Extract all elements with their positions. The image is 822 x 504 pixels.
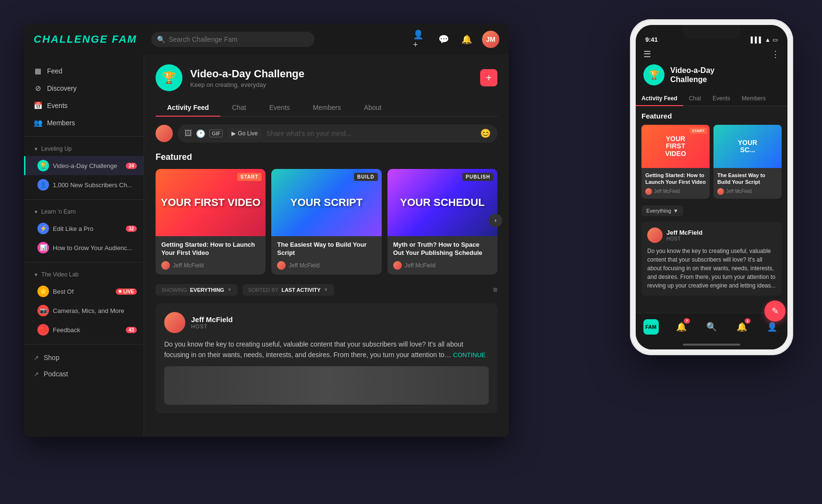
sidebar-item-discovery[interactable]: ⊘ Discovery xyxy=(24,80,144,97)
section-video-lab[interactable]: ▼ The Video Lab xyxy=(24,267,144,282)
phone-nav-fam[interactable]: FAM xyxy=(643,319,659,335)
tab-chat[interactable]: Chat xyxy=(220,99,258,116)
phone-post-header: Jeff McField HOST xyxy=(647,228,776,243)
best-of-label: Best Of xyxy=(53,288,73,295)
notification-badge: 7 xyxy=(684,318,689,324)
phone-nav-notifications[interactable]: 🔔 7 xyxy=(674,319,689,335)
group-avatar: 🏆 xyxy=(156,64,182,91)
post-card: Jeff McField Host Do you know the key to… xyxy=(156,303,497,413)
tab-members[interactable]: Members xyxy=(302,99,352,116)
sidebar-item-podcast[interactable]: ↗ Podcast xyxy=(24,366,144,382)
sidebar-item-video-challenge[interactable]: 🏆 Video-a-Day Challenge 24 xyxy=(24,156,144,175)
sidebar-item-shop[interactable]: ↗ Shop xyxy=(24,349,144,366)
phone-tab-members[interactable]: Members xyxy=(736,91,772,106)
post-author-info: Jeff McField Host xyxy=(191,315,233,329)
section-arrow-3: ▼ xyxy=(34,272,38,277)
video-challenge-badge: 24 xyxy=(126,163,137,169)
phone-nav-search[interactable]: 🔍 xyxy=(704,319,719,335)
sidebar: ▦ Feed ⊘ Discovery 📅 Events 👥 Members xyxy=(24,55,144,437)
search-icon: 🔍 xyxy=(157,36,165,43)
phone-author-avatar-1 xyxy=(717,188,724,195)
carousel-next-arrow[interactable]: › xyxy=(489,214,502,227)
chat-icon[interactable]: 💬 xyxy=(436,32,451,47)
section-leveling-up[interactable]: ▼ Leveling Up xyxy=(24,142,144,156)
sidebar-item-feedback[interactable]: 🔴 Feedback 43 xyxy=(24,320,144,339)
showing-filter[interactable]: SHOWING EVERYTHING ▼ xyxy=(156,284,238,296)
sorted-label: SORTED BY xyxy=(248,287,278,293)
card-info-2: Myth or Truth? How to Space Out Your Pub… xyxy=(387,236,497,275)
feed-icon: ▦ xyxy=(34,67,42,75)
live-dot xyxy=(119,290,121,293)
phone-tab-events[interactable]: Events xyxy=(707,91,736,106)
featured-card-0[interactable]: YOUR FIRST VIDEO START Getting Started: … xyxy=(156,169,266,275)
sidebar-item-events[interactable]: 📅 Events xyxy=(24,97,144,114)
showing-value: EVERYTHING xyxy=(190,287,224,293)
phone-fab[interactable]: ✎ xyxy=(764,300,786,322)
phone-card-info-0: Getting Started: How to Launch Your Firs… xyxy=(641,168,710,199)
phone-content: Featured YOURFIRSTVIDEO START Getting St… xyxy=(636,106,787,313)
group-header-top: 🏆 Video-a-Day Challenge Keep on creating… xyxy=(156,64,497,91)
list-view-icon[interactable]: ≡ xyxy=(493,286,497,294)
phone-thumb-0: YOURFIRSTVIDEO START xyxy=(641,125,710,168)
tab-events[interactable]: Events xyxy=(258,99,302,116)
tab-about[interactable]: About xyxy=(352,99,393,116)
go-live-button[interactable]: ▶ Go Live xyxy=(228,128,261,139)
sidebar-item-members[interactable]: 👥 Members xyxy=(24,114,144,132)
card-title-0: Getting Started: How to Launch Your Firs… xyxy=(161,241,260,257)
tab-activity-feed[interactable]: Activity Feed xyxy=(156,99,220,116)
gif-icon[interactable]: GIF xyxy=(209,130,223,137)
showing-arrow: ▼ xyxy=(227,287,232,292)
search-input[interactable] xyxy=(151,32,314,47)
phone-nav-alerts[interactable]: 🔔 1 xyxy=(734,319,749,335)
card-author-1: Jeff McField xyxy=(277,261,375,270)
sidebar-item-edit-pro[interactable]: ⚡ Edit Like a Pro 32 xyxy=(24,219,144,238)
phone-filter-arrow: ▼ xyxy=(673,208,678,214)
app-body: ▦ Feed ⊘ Discovery 📅 Events 👥 Members xyxy=(24,55,509,437)
phone-filter-select[interactable]: Everything ▼ xyxy=(641,205,683,216)
sidebar-item-subscribers[interactable]: 👤 1,000 New Subscribers Ch... xyxy=(24,175,144,194)
add-button[interactable]: + xyxy=(480,69,497,86)
continue-link[interactable]: CONTINUE xyxy=(453,351,486,359)
sidebar-item-feed[interactable]: ▦ Feed xyxy=(24,62,144,80)
sorted-filter[interactable]: SORTED BY LAST ACTIVITY ▼ xyxy=(242,284,334,296)
go-live-label: Go Live xyxy=(238,130,257,137)
composer-input-area[interactable]: 🖼 🕐 GIF ▶ Go Live Share what's on your m… xyxy=(178,124,497,143)
author-name-2: Jeff McField xyxy=(405,262,435,269)
composer-icons: 🖼 🕐 GIF xyxy=(184,129,223,138)
alerts-badge: 1 xyxy=(745,318,750,324)
phone-featured-row: YOURFIRSTVIDEO START Getting Started: Ho… xyxy=(641,125,782,199)
clock-icon[interactable]: 🕐 xyxy=(196,129,206,138)
sidebar-item-cameras[interactable]: 📷 Cameras, Mics, and More xyxy=(24,301,144,320)
phone-notch xyxy=(683,25,740,38)
phone-outer: 9:41 ▌▌▌ ▲ ▭ ☰ ⋮ 🏆 Video-a-DayChallenge xyxy=(630,19,793,355)
feedback-label: Feedback xyxy=(53,326,80,334)
card-thumb-2: YOUR SCHEDUL PUBLISH xyxy=(387,169,497,236)
phone-menu-icon[interactable]: ☰ xyxy=(643,49,651,60)
grow-icon: 📊 xyxy=(37,242,49,253)
sidebar-divider-3 xyxy=(24,262,144,263)
sidebar-item-best-of[interactable]: ⭐ Best Of LIVE xyxy=(24,282,144,301)
phone-tab-activity[interactable]: Activity Feed xyxy=(636,91,683,106)
phone-more-icon[interactable]: ⋮ xyxy=(771,49,780,60)
sidebar-item-grow-audience[interactable]: 📊 How to Grow Your Audienc... xyxy=(24,238,144,257)
image-icon[interactable]: 🖼 xyxy=(184,129,192,138)
notification-icon[interactable]: 🔔 xyxy=(459,32,474,47)
app-logo: CHALLENGE FAM xyxy=(34,33,137,46)
featured-card-2[interactable]: YOUR SCHEDUL PUBLISH Myth or Truth? How … xyxy=(387,169,497,275)
phone-bottom-nav: FAM 🔔 7 🔍 🔔 1 👤 xyxy=(636,313,787,340)
emoji-icon[interactable]: 😊 xyxy=(480,128,491,139)
author-name-0: Jeff McField xyxy=(173,262,204,269)
composer: 🖼 🕐 GIF ▶ Go Live Share what's on your m… xyxy=(156,124,497,143)
section-learn-earn[interactable]: ▼ Learn 'n Earn xyxy=(24,204,144,219)
phone-card-1[interactable]: YOURSC... The Easiest Way to Build Your … xyxy=(713,125,782,199)
content-area: 🖼 🕐 GIF ▶ Go Live Share what's on your m… xyxy=(144,117,509,437)
post-author-name: Jeff McField xyxy=(191,315,233,324)
active-indicator xyxy=(24,156,25,175)
phone-tabs: Activity Feed Chat Events Members xyxy=(636,91,787,106)
top-bar: CHALLENGE FAM 🔍 👤+ 💬 🔔 JM xyxy=(24,24,509,55)
user-avatar[interactable]: JM xyxy=(482,31,499,48)
phone-tab-chat[interactable]: Chat xyxy=(683,91,707,106)
phone-card-0[interactable]: YOURFIRSTVIDEO START Getting Started: Ho… xyxy=(641,125,710,199)
add-member-icon[interactable]: 👤+ xyxy=(413,32,428,47)
featured-card-1[interactable]: YOUR SCRIPT BUILD The Easiest Way to Bui… xyxy=(271,169,381,275)
